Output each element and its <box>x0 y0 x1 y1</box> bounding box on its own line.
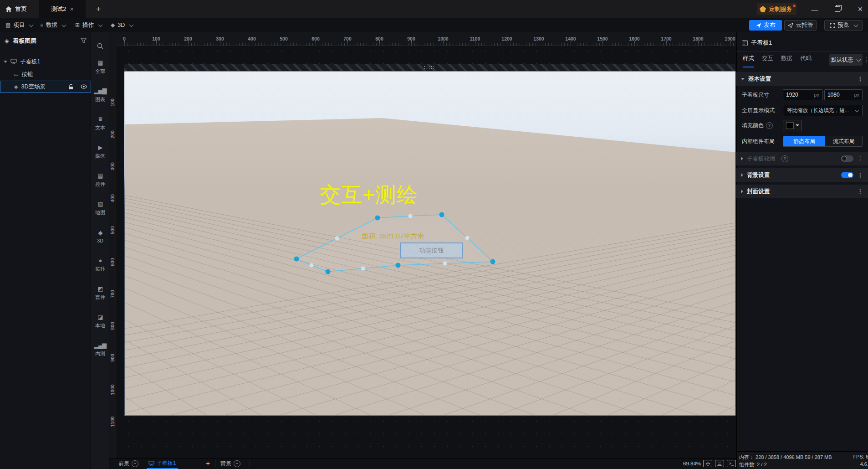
section-more-menu[interactable]: ⋮ <box>857 76 863 82</box>
component-toolbar-list: ▦全部▂▅▇图表♛文本▶媒体▤控件▧地图◆3D●拓扑◩套件◪本地▂▄▆内测 <box>91 54 109 363</box>
state-select[interactable]: 默认状态 <box>829 54 863 66</box>
fill-color-label: 填充颜色? <box>742 122 783 129</box>
polygon-midpoint-handle[interactable] <box>335 237 339 241</box>
section-more-menu[interactable]: ⋮ <box>857 188 863 195</box>
background-button[interactable]: 背景+ <box>220 458 240 469</box>
scene-title-text[interactable]: 交互+测绘 <box>320 181 418 209</box>
polygon-midpoint-handle[interactable] <box>465 236 470 240</box>
beta-icon: ▂▄▆ <box>94 342 106 349</box>
zoom-level[interactable]: 69.84% <box>683 458 701 469</box>
toolbar-item[interactable]: ▤控件 <box>91 167 109 193</box>
toolbar-item-label: 文本 <box>95 124 105 131</box>
background-toggle[interactable] <box>841 172 853 178</box>
layout-flow-button[interactable]: 流式布局 <box>825 136 862 146</box>
toolbar-item[interactable]: ▶媒体 <box>91 139 109 165</box>
paper-plane-icon <box>756 23 761 28</box>
section-more-menu[interactable]: ⋮ <box>857 155 863 162</box>
minimize-button[interactable]: — <box>807 0 822 18</box>
3d-scene-canvas[interactable]: 交互+测绘 面积: 3521.07平方米 功能按钮 <box>124 71 735 416</box>
toolbar-item[interactable]: ◩套件 <box>91 280 109 306</box>
close-button[interactable]: × <box>853 0 868 18</box>
chevron-down-icon <box>129 22 134 27</box>
close-tab-icon[interactable]: × <box>70 5 74 13</box>
layer-row-3d-scene[interactable]: ◆ 3D空场景 <box>0 81 91 93</box>
menu-operate[interactable]: ⊞操作 <box>75 18 102 32</box>
media-icon: ▶ <box>98 144 102 151</box>
unlock-icon[interactable] <box>68 84 74 90</box>
layout-static-button[interactable]: 静态布局 <box>783 136 825 146</box>
maximize-button[interactable] <box>830 0 845 18</box>
toolbar-item[interactable]: ▂▄▆内测 <box>91 336 109 363</box>
polygon-midpoint-handle[interactable] <box>408 214 413 218</box>
section-basic-settings[interactable]: 基本设置 ⋮ <box>736 72 868 86</box>
new-tab-button[interactable]: + <box>89 0 107 18</box>
polygon-vertex-handle[interactable] <box>490 259 495 264</box>
preview-button[interactable]: 预览 <box>824 20 863 31</box>
fullscreen-mode-select[interactable]: 等比缩放（长边填充，短... <box>783 105 863 116</box>
section-cover-settings[interactable]: 封面设置 ⋮ <box>736 185 868 198</box>
local-icon: ◪ <box>97 314 102 320</box>
layer-row-button[interactable]: ▭ 按钮 <box>0 68 91 80</box>
polygon-vertex-handle[interactable] <box>294 257 299 262</box>
toolbar-item[interactable]: ▧地图 <box>91 195 109 222</box>
fill-color-picker[interactable] <box>783 120 802 131</box>
search-icon <box>97 43 103 49</box>
toolbar-item[interactable]: ◪本地 <box>91 308 109 335</box>
status-bar: 内存： 228 / 3858 / 4096 MB 59 / 287 MB FPS… <box>736 451 868 469</box>
chevron-down-icon <box>29 22 34 27</box>
polygon-midpoint-handle[interactable] <box>361 267 365 271</box>
caret-down-icon[interactable] <box>4 61 7 63</box>
fit-view-icon[interactable] <box>703 460 712 467</box>
polygon-midpoint-handle[interactable] <box>443 262 447 266</box>
toolbar-item[interactable]: ▦全部 <box>91 54 109 80</box>
toolbar-item[interactable]: ●拓扑 <box>91 252 109 278</box>
help-icon[interactable]: ? <box>781 155 788 162</box>
toolbar-item[interactable]: ◆3D <box>91 223 109 250</box>
carousel-toggle[interactable] <box>841 155 853 162</box>
caret-right-icon <box>741 190 743 193</box>
tab-style[interactable]: 样式 <box>743 55 754 67</box>
tab-data[interactable]: 数据 <box>781 55 792 67</box>
polygon-vertex-handle[interactable] <box>326 269 331 274</box>
console-icon[interactable]: >_ <box>727 460 736 467</box>
section-more-menu[interactable]: ⋮ <box>857 172 863 178</box>
menu-data[interactable]: ≡数据 <box>40 18 66 32</box>
help-icon[interactable]: ? <box>766 122 773 129</box>
home-button[interactable]: 首页 <box>5 0 27 18</box>
foreground-button[interactable]: 前景+ <box>118 458 138 469</box>
publish-button[interactable]: 发布 <box>749 20 782 31</box>
cloud-host-button[interactable]: 云托管 <box>784 20 817 31</box>
toolbar-item[interactable]: ▂▅▇图表 <box>91 82 109 108</box>
toolbar-item[interactable]: ♛文本 <box>91 110 109 137</box>
layer-row-root[interactable]: 子看板1 <box>0 56 91 67</box>
menu-project[interactable]: ▤项目 <box>5 18 33 32</box>
drag-handle-icon[interactable] <box>424 66 435 69</box>
document-tab[interactable]: 测试2 × <box>39 0 86 18</box>
width-input[interactable]: 1920px <box>783 89 822 100</box>
add-board-button[interactable]: + <box>206 458 210 469</box>
polygon-vertex-handle[interactable] <box>396 263 401 268</box>
search-button[interactable] <box>94 40 106 52</box>
polygon-midpoint-handle[interactable] <box>310 263 314 268</box>
section-background-settings[interactable]: 背景设置 ⋮ <box>736 168 868 182</box>
menu-3d[interactable]: ◆3D <box>111 18 133 32</box>
section-board-carousel[interactable]: 子看板轮播 ? ⋮ <box>736 152 868 165</box>
height-input[interactable]: 1080px <box>824 89 863 100</box>
polygon-vertex-handle[interactable] <box>375 216 380 221</box>
function-button[interactable]: 功能按钮 <box>400 242 463 258</box>
tabs-more-menu[interactable]: ⋮ <box>863 57 868 63</box>
add-background-icon[interactable]: + <box>234 460 240 467</box>
tab-interaction[interactable]: 交互 <box>762 55 773 67</box>
add-foreground-icon[interactable]: + <box>132 460 138 467</box>
ruler-label: 0 <box>123 36 126 41</box>
canvas-workspace[interactable]: 0100200300400500600700800900100011001200… <box>109 32 736 458</box>
shortcut-keyboard-icon[interactable] <box>715 460 724 467</box>
toolbar-item-label: 控件 <box>95 181 105 188</box>
custom-service-badge[interactable]: 定制服务 <box>757 3 797 15</box>
board-tab[interactable]: 子看板1 <box>147 458 178 469</box>
polygon-vertex-handle[interactable] <box>439 212 444 217</box>
filter-icon[interactable] <box>81 38 87 44</box>
tab-code[interactable]: 代码 <box>800 55 812 67</box>
ruler-label: 1000 <box>438 36 448 41</box>
eye-icon[interactable] <box>81 84 87 89</box>
